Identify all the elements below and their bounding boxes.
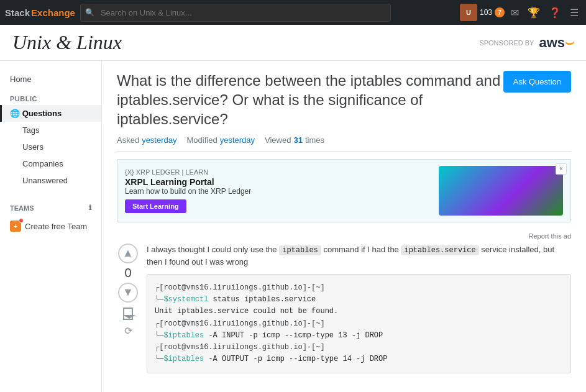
questions-label: Questions xyxy=(22,109,62,118)
vote-up-button[interactable]: ▲ xyxy=(118,244,138,263)
search-input[interactable] xyxy=(80,4,391,22)
ad-headline: Learn how to build on the XRP Ledger xyxy=(125,187,431,196)
help-icon[interactable]: ❓ xyxy=(546,4,564,21)
site-title: Unix & Linux xyxy=(12,31,122,54)
aws-smile: ⌣ xyxy=(565,35,574,50)
code-line-3: Unit iptables.service could not be found… xyxy=(155,306,563,317)
avatar: U xyxy=(460,4,477,21)
ad-content: {X} XRP LEDGER | LEARN XRPL Learning Por… xyxy=(125,168,431,213)
sponsor-label: SPONSORED BY xyxy=(479,39,534,47)
sidebar-item-users[interactable]: Users xyxy=(0,139,101,155)
ad-banner: {X} XRP LEDGER | LEARN XRPL Learning Por… xyxy=(117,159,571,222)
notification-dot: 7 xyxy=(495,7,505,17)
sidebar-item-unanswered[interactable]: Unanswered xyxy=(0,172,101,189)
ad-visual-inner xyxy=(439,166,563,216)
topbar-right: U 103 7 ✉ 🏆 ❓ ☰ xyxy=(460,4,581,21)
body-text-2: command if I had the xyxy=(323,245,398,254)
sidebar-item-questions[interactable]: 🌐 Questions xyxy=(0,105,101,122)
inline-code-iptables: iptables xyxy=(279,245,321,255)
post-layout: ▲ 0 ▼ ⟳ I always thought I could only us… xyxy=(117,244,571,374)
history-button[interactable]: ⟳ xyxy=(124,325,132,337)
site-logo-topbar[interactable]: StackExchange xyxy=(5,7,75,18)
achievements-icon[interactable]: 🏆 xyxy=(525,4,543,21)
code-block: ┌[root@vms16.liruilongs.github.io]-[~] └… xyxy=(147,274,571,373)
viewed-count: 31 xyxy=(293,135,302,145)
bookmark-button[interactable] xyxy=(123,308,133,320)
ad-sponsor-label: {X} XRP LEDGER | LEARN xyxy=(125,168,431,176)
sidebar-item-companies[interactable]: Companies xyxy=(0,155,101,172)
sidebar-item-tags[interactable]: Tags xyxy=(0,122,101,139)
sidebar-public-label: PUBLIC xyxy=(0,88,101,105)
teams-section: TEAMS ℹ + Create free Team xyxy=(0,199,101,235)
site-title-text: Unix & Linux xyxy=(12,31,122,53)
ad-portal-name: XRPL Learning Portal xyxy=(125,177,431,187)
user-avatar-area[interactable]: U 103 7 xyxy=(460,4,505,21)
code-line-4: ┌[root@vms16.liruilongs.github.io]-[~] xyxy=(155,318,563,330)
search-icon: 🔍 xyxy=(85,8,94,17)
vote-controls: ▲ 0 ▼ ⟳ xyxy=(117,244,139,374)
search-bar: 🔍 xyxy=(80,4,391,22)
ad-cta-button[interactable]: Start Learning xyxy=(125,199,186,213)
create-team-label: Create free Team xyxy=(25,222,87,231)
create-team-item[interactable]: + Create free Team xyxy=(0,217,101,235)
code-line-5: └─$iptables -A INPUT -p icmp --icmp-type… xyxy=(155,330,563,342)
ask-question-button[interactable]: Ask Question xyxy=(503,71,571,93)
sidebar-item-home[interactable]: Home xyxy=(0,71,101,88)
body-text-1: I always thought I could only use the xyxy=(147,245,277,254)
main-content: What is the difference between the iptab… xyxy=(102,61,586,392)
code-line-7: └─$iptables -A OUTPUT -p icmp --icmp-typ… xyxy=(155,353,563,365)
vote-down-button[interactable]: ▼ xyxy=(118,283,138,303)
modified-time[interactable]: yesterday xyxy=(220,135,255,145)
aws-logo: aws⌣ xyxy=(539,35,574,51)
post-paragraph: I always thought I could only use the ip… xyxy=(147,244,571,268)
team-icon: + xyxy=(10,221,21,232)
report-label[interactable]: Report this ad xyxy=(529,232,571,240)
teams-header: TEAMS ℹ xyxy=(0,199,101,217)
viewed-meta: Viewed 31 times xyxy=(265,135,324,145)
question-header: What is the difference between the iptab… xyxy=(117,71,571,129)
modified-label: Modified xyxy=(187,135,217,145)
viewed-suffix: times xyxy=(305,135,324,145)
code-line-1: ┌[root@vms16.liruilongs.github.io]-[~] xyxy=(155,282,563,294)
inline-code-iptables-service: iptables.service xyxy=(401,245,478,255)
reputation-score: 103 xyxy=(480,8,492,17)
sidebar: Home PUBLIC 🌐 Questions Tags Users Compa… xyxy=(0,61,102,392)
page-wrapper: Home PUBLIC 🌐 Questions Tags Users Compa… xyxy=(0,61,586,392)
question-meta: Asked yesterday Modified yesterday Viewe… xyxy=(117,135,571,152)
vote-count: 0 xyxy=(124,266,131,280)
asked-label: Asked xyxy=(117,135,139,145)
topbar: StackExchange 🔍 U 103 7 ✉ 🏆 ❓ ☰ xyxy=(0,0,586,25)
ad-visual xyxy=(439,166,563,216)
logo-stack: Stack xyxy=(5,7,30,18)
post-body: I always thought I could only use the ip… xyxy=(147,244,571,374)
info-icon[interactable]: ℹ xyxy=(89,204,91,212)
inbox-icon[interactable]: ✉ xyxy=(508,4,521,21)
asked-meta: Asked yesterday xyxy=(117,135,177,145)
ad-report-text: Report this ad xyxy=(117,232,571,240)
teams-label: TEAMS xyxy=(10,204,34,212)
site-header: Unix & Linux SPONSORED BY aws⌣ xyxy=(0,25,586,61)
sponsor-area: SPONSORED BY aws⌣ xyxy=(479,35,574,51)
ad-close-button[interactable]: × xyxy=(556,163,567,175)
viewed-label: Viewed xyxy=(265,135,291,145)
asked-time[interactable]: yesterday xyxy=(142,135,176,145)
code-line-6: ┌[root@vms16.liruilongs.github.io]-[~] xyxy=(155,342,563,353)
logo-exchange: Exchange xyxy=(31,7,75,18)
code-line-2: └─$systemctl status iptables.service xyxy=(155,294,563,306)
globe-icon: 🌐 xyxy=(10,109,22,118)
question-title: What is the difference between the iptab… xyxy=(117,71,503,129)
modified-meta: Modified yesterday xyxy=(187,135,255,145)
team-badge-dot xyxy=(19,218,24,223)
menu-icon[interactable]: ☰ xyxy=(567,4,581,21)
